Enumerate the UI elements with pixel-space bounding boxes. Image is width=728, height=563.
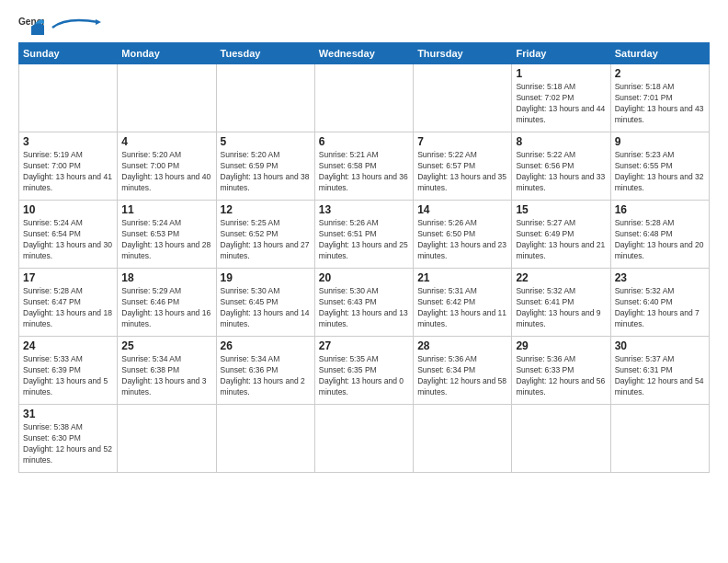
- day-number: 1: [516, 67, 606, 80]
- day-info: Sunrise: 5:31 AMSunset: 6:42 PMDaylight:…: [417, 286, 507, 330]
- day-number: 10: [23, 203, 113, 216]
- calendar-cell: [216, 64, 314, 132]
- calendar-cell: 12Sunrise: 5:25 AMSunset: 6:52 PMDayligh…: [216, 201, 314, 269]
- calendar-cell: [118, 405, 216, 473]
- day-info: Sunrise: 5:21 AMSunset: 6:58 PMDaylight:…: [319, 150, 409, 194]
- day-number: 3: [23, 135, 113, 148]
- calendar-week-row: 1Sunrise: 5:18 AMSunset: 7:02 PMDaylight…: [19, 64, 710, 132]
- calendar-cell: 17Sunrise: 5:28 AMSunset: 6:47 PMDayligh…: [19, 269, 118, 337]
- day-number: 7: [417, 135, 507, 148]
- calendar-cell: 5Sunrise: 5:20 AMSunset: 6:59 PMDaylight…: [216, 132, 314, 201]
- calendar-cell: [314, 64, 413, 132]
- calendar-cell: 14Sunrise: 5:26 AMSunset: 6:50 PMDayligh…: [414, 201, 512, 269]
- day-number: 29: [516, 339, 606, 352]
- calendar-cell: 18Sunrise: 5:29 AMSunset: 6:46 PMDayligh…: [118, 269, 216, 337]
- calendar-cell: 20Sunrise: 5:30 AMSunset: 6:43 PMDayligh…: [314, 269, 413, 337]
- day-number: 31: [23, 408, 113, 420]
- day-info: Sunrise: 5:26 AMSunset: 6:50 PMDaylight:…: [417, 218, 507, 262]
- calendar-cell: 23Sunrise: 5:32 AMSunset: 6:40 PMDayligh…: [610, 269, 709, 337]
- day-number: 12: [221, 203, 311, 216]
- day-number: 4: [121, 135, 211, 148]
- calendar-cell: 6Sunrise: 5:21 AMSunset: 6:58 PMDaylight…: [314, 132, 413, 201]
- day-info: Sunrise: 5:24 AMSunset: 6:53 PMDaylight:…: [121, 218, 211, 262]
- calendar-cell: 28Sunrise: 5:36 AMSunset: 6:34 PMDayligh…: [414, 337, 512, 405]
- day-info: Sunrise: 5:23 AMSunset: 6:55 PMDaylight:…: [615, 150, 705, 194]
- day-number: 24: [23, 339, 113, 352]
- calendar-cell: [610, 405, 709, 473]
- day-number: 6: [319, 135, 409, 148]
- day-number: 27: [319, 339, 409, 352]
- calendar-cell: 1Sunrise: 5:18 AMSunset: 7:02 PMDaylight…: [512, 64, 610, 132]
- calendar-cell: [314, 405, 413, 473]
- day-number: 23: [615, 271, 705, 284]
- day-number: 22: [516, 271, 606, 284]
- weekday-header-monday: Monday: [118, 43, 216, 64]
- day-number: 18: [121, 271, 211, 284]
- calendar-cell: [118, 64, 216, 132]
- calendar-table: SundayMondayTuesdayWednesdayThursdayFrid…: [18, 42, 710, 473]
- day-info: Sunrise: 5:29 AMSunset: 6:46 PMDaylight:…: [121, 286, 211, 330]
- day-number: 30: [615, 339, 705, 352]
- day-info: Sunrise: 5:32 AMSunset: 6:40 PMDaylight:…: [615, 286, 705, 330]
- calendar-week-row: 3Sunrise: 5:19 AMSunset: 7:00 PMDaylight…: [19, 132, 710, 201]
- weekday-header-row: SundayMondayTuesdayWednesdayThursdayFrid…: [19, 43, 710, 64]
- day-info: Sunrise: 5:33 AMSunset: 6:39 PMDaylight:…: [23, 354, 113, 398]
- calendar-cell: 29Sunrise: 5:36 AMSunset: 6:33 PMDayligh…: [512, 337, 610, 405]
- calendar-cell: 3Sunrise: 5:19 AMSunset: 7:00 PMDaylight…: [19, 132, 118, 201]
- calendar-cell: 31Sunrise: 5:38 AMSunset: 6:30 PMDayligh…: [19, 405, 118, 473]
- calendar-cell: [512, 405, 610, 473]
- day-info: Sunrise: 5:25 AMSunset: 6:52 PMDaylight:…: [221, 218, 311, 262]
- calendar-cell: 26Sunrise: 5:34 AMSunset: 6:36 PMDayligh…: [216, 337, 314, 405]
- day-number: 15: [516, 203, 606, 216]
- calendar-cell: 13Sunrise: 5:26 AMSunset: 6:51 PMDayligh…: [314, 201, 413, 269]
- day-info: Sunrise: 5:22 AMSunset: 6:56 PMDaylight:…: [516, 150, 606, 194]
- day-number: 21: [417, 271, 507, 284]
- day-info: Sunrise: 5:35 AMSunset: 6:35 PMDaylight:…: [319, 354, 409, 398]
- day-info: Sunrise: 5:20 AMSunset: 6:59 PMDaylight:…: [221, 150, 311, 194]
- generalblue-logo-icon: General: [18, 15, 44, 35]
- day-info: Sunrise: 5:28 AMSunset: 6:47 PMDaylight:…: [23, 286, 113, 330]
- day-number: 8: [516, 135, 606, 148]
- logo: General: [18, 15, 103, 35]
- day-number: 11: [121, 203, 211, 216]
- day-number: 20: [319, 271, 409, 284]
- day-number: 17: [23, 271, 113, 284]
- day-number: 5: [221, 135, 311, 148]
- weekday-header-saturday: Saturday: [610, 43, 709, 64]
- day-number: 26: [221, 339, 311, 352]
- day-info: Sunrise: 5:20 AMSunset: 7:00 PMDaylight:…: [121, 150, 211, 194]
- day-info: Sunrise: 5:27 AMSunset: 6:49 PMDaylight:…: [516, 218, 606, 262]
- day-info: Sunrise: 5:34 AMSunset: 6:36 PMDaylight:…: [221, 354, 311, 398]
- calendar-cell: 27Sunrise: 5:35 AMSunset: 6:35 PMDayligh…: [314, 337, 413, 405]
- day-info: Sunrise: 5:38 AMSunset: 6:30 PMDaylight:…: [23, 422, 113, 466]
- day-info: Sunrise: 5:19 AMSunset: 7:00 PMDaylight:…: [23, 150, 113, 194]
- calendar-cell: 11Sunrise: 5:24 AMSunset: 6:53 PMDayligh…: [118, 201, 216, 269]
- day-number: 16: [615, 203, 705, 216]
- day-info: Sunrise: 5:30 AMSunset: 6:45 PMDaylight:…: [221, 286, 311, 330]
- calendar-week-row: 24Sunrise: 5:33 AMSunset: 6:39 PMDayligh…: [19, 337, 710, 405]
- day-number: 9: [615, 135, 705, 148]
- calendar-week-row: 10Sunrise: 5:24 AMSunset: 6:54 PMDayligh…: [19, 201, 710, 269]
- calendar-cell: 8Sunrise: 5:22 AMSunset: 6:56 PMDaylight…: [512, 132, 610, 201]
- calendar-cell: [216, 405, 314, 473]
- calendar-cell: 2Sunrise: 5:18 AMSunset: 7:01 PMDaylight…: [610, 64, 709, 132]
- svg-marker-3: [96, 19, 101, 25]
- page: General SundayMondayTuesdayWednesdayTh: [0, 0, 728, 563]
- day-info: Sunrise: 5:36 AMSunset: 6:33 PMDaylight:…: [516, 354, 606, 398]
- day-info: Sunrise: 5:28 AMSunset: 6:48 PMDaylight:…: [615, 218, 705, 262]
- day-info: Sunrise: 5:18 AMSunset: 7:02 PMDaylight:…: [516, 82, 606, 126]
- calendar-cell: [19, 64, 118, 132]
- weekday-header-sunday: Sunday: [19, 43, 118, 64]
- day-info: Sunrise: 5:37 AMSunset: 6:31 PMDaylight:…: [615, 354, 705, 398]
- calendar-cell: 21Sunrise: 5:31 AMSunset: 6:42 PMDayligh…: [414, 269, 512, 337]
- calendar-week-row: 17Sunrise: 5:28 AMSunset: 6:47 PMDayligh…: [19, 269, 710, 337]
- day-info: Sunrise: 5:36 AMSunset: 6:34 PMDaylight:…: [417, 354, 507, 398]
- calendar-cell: 22Sunrise: 5:32 AMSunset: 6:41 PMDayligh…: [512, 269, 610, 337]
- weekday-header-thursday: Thursday: [414, 43, 512, 64]
- calendar-cell: [414, 64, 512, 132]
- day-number: 25: [121, 339, 211, 352]
- day-number: 2: [615, 67, 705, 80]
- weekday-header-wednesday: Wednesday: [314, 43, 413, 64]
- day-number: 14: [417, 203, 507, 216]
- calendar-cell: 19Sunrise: 5:30 AMSunset: 6:45 PMDayligh…: [216, 269, 314, 337]
